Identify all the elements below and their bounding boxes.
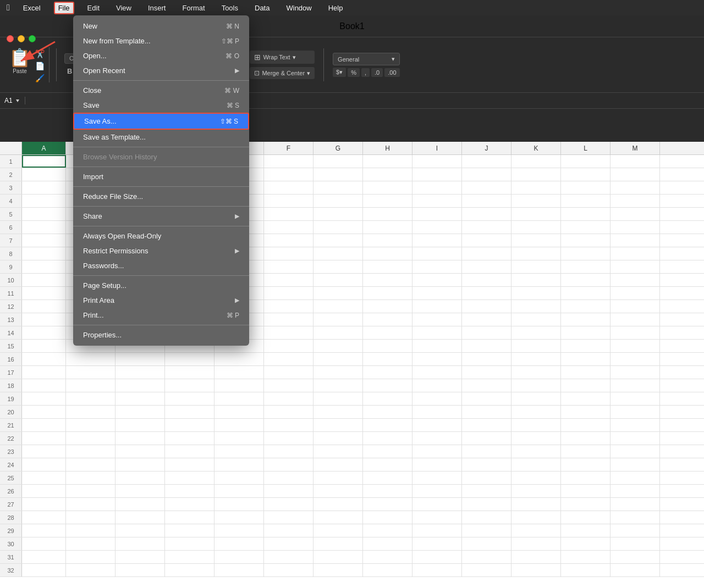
grid-cell[interactable] [363, 485, 413, 497]
percent-button[interactable]: % [348, 68, 360, 77]
grid-cell[interactable] [462, 511, 512, 524]
grid-cell[interactable] [314, 471, 363, 484]
menubar-window[interactable]: Window [283, 3, 315, 13]
grid-cell[interactable] [264, 432, 314, 445]
grid-cell[interactable] [22, 155, 66, 168]
grid-cell[interactable] [561, 260, 610, 273]
grid-cell[interactable] [264, 551, 314, 563]
number-format-dropdown[interactable]: General ▾ [333, 53, 399, 65]
grid-cell[interactable] [363, 498, 413, 511]
grid-cell[interactable] [363, 564, 413, 576]
grid-cell[interactable] [610, 392, 660, 405]
menu-save-template[interactable]: Save as Template... [73, 130, 249, 145]
grid-cell[interactable] [610, 313, 660, 326]
grid-cell[interactable] [314, 485, 363, 497]
grid-cell[interactable] [363, 260, 413, 273]
grid-cell[interactable] [512, 366, 561, 379]
grid-cell[interactable] [413, 564, 462, 576]
grid-cell[interactable] [413, 234, 462, 247]
grid-cell[interactable] [413, 511, 462, 524]
grid-cell[interactable] [561, 406, 610, 418]
grid-cell[interactable] [363, 379, 413, 392]
grid-cell[interactable] [363, 168, 413, 181]
grid-cell[interactable] [462, 366, 512, 379]
grid-cell[interactable] [610, 564, 660, 576]
grid-cell[interactable] [22, 274, 66, 286]
grid-cell[interactable] [22, 445, 66, 458]
grid-cell[interactable] [363, 366, 413, 379]
grid-cell[interactable] [413, 287, 462, 299]
col-header-g[interactable]: G [314, 142, 363, 154]
grid-cell[interactable] [512, 379, 561, 392]
grid-cell[interactable] [22, 379, 66, 392]
grid-cell[interactable] [116, 458, 165, 471]
grid-cell[interactable] [363, 524, 413, 537]
menu-passwords[interactable]: Passwords... [73, 258, 249, 273]
grid-cell[interactable] [561, 366, 610, 379]
menu-print[interactable]: Print... ⌘ P [73, 308, 249, 323]
grid-cell[interactable] [413, 260, 462, 273]
grid-cell[interactable] [66, 432, 116, 445]
grid-cell[interactable] [264, 392, 314, 405]
grid-cell[interactable] [116, 353, 165, 365]
grid-cell[interactable] [165, 366, 215, 379]
grid-cell[interactable] [462, 155, 512, 168]
grid-cell[interactable] [165, 537, 215, 550]
grid-cell[interactable] [512, 247, 561, 260]
grid-cell[interactable] [462, 537, 512, 550]
grid-cell[interactable] [165, 353, 215, 365]
grid-cell[interactable] [314, 366, 363, 379]
grid-cell[interactable] [561, 195, 610, 207]
grid-cell[interactable] [363, 537, 413, 550]
grid-cell[interactable] [264, 340, 314, 352]
grid-cell[interactable] [165, 392, 215, 405]
grid-cell[interactable] [413, 195, 462, 207]
paste-label[interactable]: Paste [13, 68, 27, 74]
grid-cell[interactable] [462, 353, 512, 365]
grid-cell[interactable] [314, 221, 363, 234]
grid-cell[interactable] [610, 247, 660, 260]
grid-cell[interactable] [610, 274, 660, 286]
grid-cell[interactable] [561, 274, 610, 286]
grid-cell[interactable] [264, 234, 314, 247]
grid-cell[interactable] [66, 445, 116, 458]
grid-cell[interactable] [512, 181, 561, 194]
grid-cell[interactable] [561, 537, 610, 550]
grid-cell[interactable] [610, 458, 660, 471]
grid-cell[interactable] [512, 221, 561, 234]
grid-cell[interactable] [165, 471, 215, 484]
grid-cell[interactable] [413, 392, 462, 405]
grid-cell[interactable] [264, 353, 314, 365]
grid-cell[interactable] [363, 313, 413, 326]
grid-cell[interactable] [512, 260, 561, 273]
grid-cell[interactable] [215, 537, 264, 550]
col-header-j[interactable]: J [462, 142, 512, 154]
grid-cell[interactable] [413, 340, 462, 352]
grid-cell[interactable] [116, 485, 165, 497]
grid-cell[interactable] [22, 287, 66, 299]
grid-cell[interactable] [215, 392, 264, 405]
grid-cell[interactable] [462, 485, 512, 497]
grid-cell[interactable] [413, 247, 462, 260]
grid-cell[interactable] [22, 406, 66, 418]
menubar-format[interactable]: Format [179, 3, 208, 13]
grid-cell[interactable] [462, 260, 512, 273]
menu-save-as[interactable]: Save As... ⇧⌘ S [73, 113, 249, 130]
grid-cell[interactable] [462, 458, 512, 471]
grid-cell[interactable] [314, 300, 363, 313]
grid-cell[interactable] [413, 498, 462, 511]
grid-cell[interactable] [363, 340, 413, 352]
grid-cell[interactable] [215, 458, 264, 471]
apple-icon[interactable]:  [7, 3, 10, 13]
grid-cell[interactable] [22, 458, 66, 471]
grid-cell[interactable] [561, 234, 610, 247]
grid-cell[interactable] [561, 564, 610, 576]
grid-cell[interactable] [314, 392, 363, 405]
grid-cell[interactable] [363, 551, 413, 563]
grid-cell[interactable] [116, 498, 165, 511]
grid-cell[interactable] [512, 471, 561, 484]
grid-cell[interactable] [264, 485, 314, 497]
grid-cell[interactable] [413, 168, 462, 181]
grid-cell[interactable] [610, 406, 660, 418]
grid-cell[interactable] [512, 234, 561, 247]
